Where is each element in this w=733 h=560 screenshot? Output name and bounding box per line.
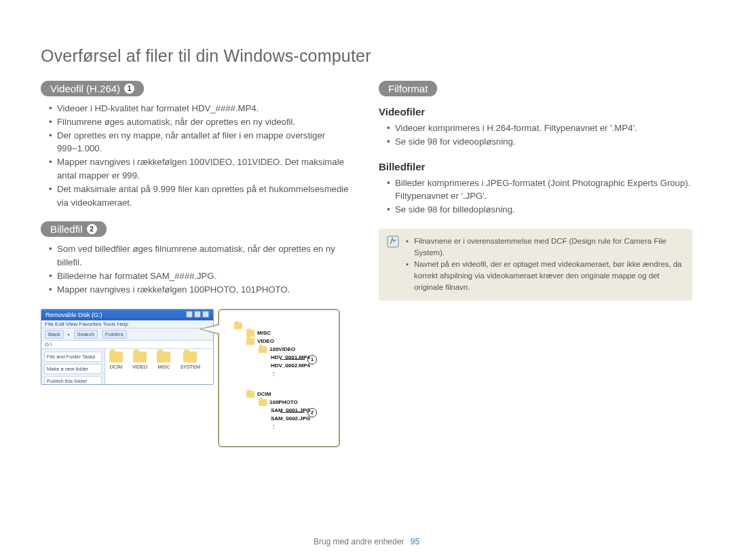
explorer-titlebar: Removable Disk (G:) xyxy=(41,310,213,320)
folder-icon xyxy=(246,338,255,345)
diagram: Removable Disk (G:) File Edit View Favor… xyxy=(41,309,354,447)
list-item: Som ved billedfiler øges filnumrene auto… xyxy=(49,242,354,269)
pill-label: Videofil (H.264) xyxy=(50,83,120,94)
folder-icon xyxy=(246,391,255,398)
subheading-billedfiler: Billedfiler xyxy=(379,161,692,172)
list-item: Videoer komprimeres i H.264-format. Filt… xyxy=(387,122,692,135)
folder-icon xyxy=(259,399,267,406)
list-item: Billederne har formatet SAM_####.JPG. xyxy=(49,269,354,283)
callout-pointer xyxy=(199,324,219,335)
explorer-menu: File Edit View Favorites Tools Help xyxy=(41,320,213,329)
search-button: Search xyxy=(74,330,98,339)
folder-icon: SYSTEM xyxy=(180,352,200,384)
right-column: Filformat Videofiler Videoer komprimeres… xyxy=(379,81,692,447)
note-icon xyxy=(387,236,399,294)
page-title: Overførsel af filer til din Windows-comp… xyxy=(41,46,692,66)
page-footer: Brug med andre enheder 95 xyxy=(0,537,733,546)
list-item: Videoer i HD-kvalitet har formatet HDV_#… xyxy=(49,102,354,115)
explorer-toolbar: Back • Search Folders xyxy=(41,329,213,341)
back-button: Back xyxy=(45,330,64,339)
explorer-title-text: Removable Disk (G:) xyxy=(45,312,102,318)
window-buttons xyxy=(185,311,209,319)
folder-tree-box: MISC VIDEO 100VIDEO HDV_0001.MP4 HDV_000… xyxy=(218,309,340,447)
folders-button: Folders xyxy=(102,330,127,339)
section-billedfil: Billedfil 2 xyxy=(41,221,107,237)
folder-icon: MISC xyxy=(157,352,170,384)
explorer-window: Removable Disk (G:) File Edit View Favor… xyxy=(41,309,214,385)
pill-number-1: 1 xyxy=(124,83,134,94)
section-filformat: Filformat xyxy=(379,81,437,96)
footer-text: Brug med andre enheder xyxy=(314,537,404,546)
billedfiler-list: Billeder komprimeres i JPEG-formatet (Jo… xyxy=(379,176,692,217)
folder-icon: VIDEO xyxy=(132,352,147,384)
subheading-videofiler: Videofiler xyxy=(379,106,692,117)
sidebar-link: Publish this folder xyxy=(44,376,102,385)
sidebar-box: File and Folder Tasks xyxy=(44,352,102,362)
billedfil-list: Som ved billedfiler øges filnumrene auto… xyxy=(41,242,354,296)
folder-icon xyxy=(259,346,267,353)
sidebar-link: Make a new folder xyxy=(44,364,102,374)
pill-label: Filformat xyxy=(388,83,428,94)
explorer-sidebar: File and Folder Tasks Make a new folder … xyxy=(41,349,105,385)
callout-2: 2 xyxy=(280,408,317,417)
list-item: Det maksimale antal på 9.999 filer kan o… xyxy=(49,183,354,210)
note-item: Filnavnene er i overensstemmelse med DCF… xyxy=(406,236,684,259)
pill-number-2: 2 xyxy=(87,224,97,234)
folder-icon: DCIM xyxy=(109,352,123,384)
list-item: Se side 98 for billedopløsning. xyxy=(387,203,692,217)
section-videofil-h264: Videofil (H.264) 1 xyxy=(41,81,144,96)
list-item: Der oprettes en ny mappe, når antallet a… xyxy=(49,129,354,156)
pill-label: Billedfil xyxy=(50,223,83,235)
folder-icon xyxy=(234,322,242,329)
left-column: Videofil (H.264) 1 Videoer i HD-kvalitet… xyxy=(41,81,354,447)
list-item: Mapper navngives i rækkefølgen 100PHOTO,… xyxy=(49,283,354,297)
explorer-address: G:\ xyxy=(41,341,213,349)
note-box: Filnavnene er i overensstemmelse med DCF… xyxy=(379,229,692,301)
folder-tree: MISC VIDEO 100VIDEO HDV_0001.MP4 HDV_000… xyxy=(234,322,324,431)
list-item: Se side 98 for videoopløsning. xyxy=(387,135,692,149)
videofil-list: Videoer i HD-kvalitet har formatet HDV_#… xyxy=(41,102,354,209)
list-item: Billeder komprimeres i JPEG-formatet (Jo… xyxy=(387,176,692,204)
svg-rect-0 xyxy=(388,236,398,247)
callout-1: 1 xyxy=(280,355,317,365)
folder-icon xyxy=(246,330,255,337)
page-number: 95 xyxy=(411,537,419,546)
note-item: Navnet på en videofil, der er optaget me… xyxy=(406,259,684,293)
list-item: Filnumrene øges automatisk, når der opre… xyxy=(49,115,354,129)
list-item: Mapper navngives i rækkefølgen 100VIDEO,… xyxy=(49,155,354,183)
explorer-content: DCIM VIDEO MISC SYSTEM xyxy=(105,349,213,385)
videofiler-list: Videoer komprimeres i H.264-format. Filt… xyxy=(379,122,692,149)
